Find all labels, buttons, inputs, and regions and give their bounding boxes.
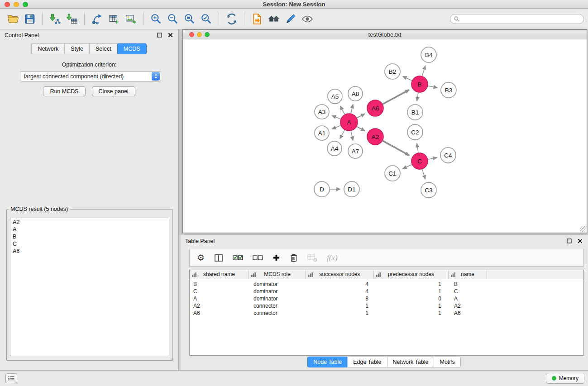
node-A1[interactable]: A1 [315,126,329,140]
zoom-fit-button[interactable] [181,11,198,27]
tab-mcds[interactable]: MCDS [117,43,147,54]
table-cell: A6 [190,310,249,317]
tab-select[interactable]: Select [89,43,118,54]
column-header-successor-nodes[interactable]: successor nodes [306,270,374,279]
tab-node-table[interactable]: Node Table [307,357,348,367]
result-item[interactable]: A [10,226,169,233]
delete-column-button[interactable] [290,252,298,264]
node-A4[interactable]: A4 [327,141,342,156]
node-B2[interactable]: B2 [385,64,400,79]
show-details-button[interactable] [299,11,316,27]
edge-A-A1[interactable] [332,125,340,129]
edge-B-B1[interactable] [417,93,418,101]
node-A2[interactable]: A2 [367,129,383,145]
close-panel-icon[interactable] [168,33,173,38]
column-layout-button[interactable] [214,252,223,264]
export-network-button[interactable] [249,11,265,27]
tab-network[interactable]: Network [31,43,65,54]
node-B1[interactable]: B1 [407,105,423,120]
node-D1[interactable]: D1 [344,181,359,197]
result-item[interactable]: A2 [10,219,169,226]
edge-A-A4[interactable] [340,130,345,139]
tab-motifs[interactable]: Motifs [434,357,460,367]
edge-C-C4[interactable] [428,157,437,159]
criterion-dropdown[interactable]: largest connected component (directed) [20,71,161,81]
column-header-name[interactable]: name [449,270,487,279]
save-session-button[interactable] [21,11,38,27]
column-header-MCDS-role[interactable]: MCDS role [249,270,306,279]
tab-style[interactable]: Style [64,43,90,54]
new-network-button[interactable] [89,11,105,27]
deselect-all-button[interactable] [253,252,263,264]
close-panel-button[interactable]: Close panel [92,86,135,96]
node-C4[interactable]: C4 [440,148,456,163]
edge-A-A7[interactable] [351,131,353,141]
memory-button[interactable]: Memory [546,373,584,384]
node-C3[interactable]: C3 [421,182,436,198]
network-window-titlebar[interactable]: testGlobe.txt [183,30,587,39]
gear-icon: ⚙ [197,253,205,262]
zoom-in-button[interactable] [148,11,164,27]
window-resize-grip[interactable] [580,226,586,232]
edge-C-C2[interactable] [417,143,418,153]
node-B4[interactable]: B4 [421,47,436,62]
open-session-button[interactable] [5,11,21,27]
node-A7[interactable]: A7 [348,144,363,158]
node-C[interactable]: C [411,153,428,169]
edge-B-B4[interactable] [422,66,425,76]
apply-layout-button[interactable] [223,11,240,27]
result-item[interactable]: C [10,240,169,248]
edge-B-B3[interactable] [428,86,438,88]
edge-A-A3[interactable] [332,116,340,119]
search-input[interactable] [460,16,583,22]
add-column-button[interactable] [272,252,280,264]
node-A[interactable]: A [340,114,358,131]
edge-A-A8[interactable] [351,104,353,113]
table-row[interactable]: A2connector11A2 [190,302,583,310]
result-item[interactable]: A6 [10,248,169,255]
edge-B-B2[interactable] [403,76,412,81]
table-row[interactable]: Bdominator41B [190,281,583,288]
edge-C-C1[interactable] [403,165,412,169]
import-network-button[interactable] [47,11,63,27]
float-panel-icon[interactable] [157,33,162,38]
import-table-button[interactable] [63,11,80,27]
node-B3[interactable]: B3 [441,82,456,98]
node-A5[interactable]: A5 [328,89,342,104]
result-item[interactable]: B [10,233,169,240]
edge-C-C3[interactable] [422,169,425,179]
column-header-predecessor-nodes[interactable]: predecessor nodes [374,270,449,279]
close-table-panel-icon[interactable] [578,238,583,243]
column-header-shared-name[interactable]: shared name [190,270,249,279]
table-row[interactable]: Adominator80A [190,295,583,302]
node-D[interactable]: D [314,181,330,197]
float-table-panel-icon[interactable] [567,238,572,243]
node-A3[interactable]: A3 [315,105,329,119]
edge-A2-C[interactable] [383,141,410,155]
node-A6[interactable]: A6 [367,100,383,116]
table-settings-button[interactable]: ⚙ [197,252,205,264]
tab-edge-table[interactable]: Edge Table [347,357,387,367]
network-canvas[interactable]: B4B2BB3A5A8A6B1A3AC2A1A2A4A7CC4C1C3DD1 [183,39,587,233]
node-A8[interactable]: A8 [348,86,363,101]
node-C2[interactable]: C2 [407,124,423,140]
select-all-button[interactable] [233,252,243,264]
table-row[interactable]: A6connector11A6 [190,310,583,317]
style-button[interactable] [282,11,299,27]
tab-network-table[interactable]: Network Table [387,357,435,367]
node-C1[interactable]: C1 [385,166,400,181]
zoom-out-button[interactable] [164,11,181,27]
edge-A-A2[interactable] [357,127,365,131]
table-row[interactable]: Cdominator41C [190,288,583,295]
node-B[interactable]: B [411,76,428,92]
edge-A-A5[interactable] [340,106,345,114]
first-neighbors-button[interactable] [265,11,282,27]
run-mcds-button[interactable]: Run MCDS [43,86,85,96]
show-panel-button[interactable] [5,373,17,383]
search-field[interactable] [450,14,584,24]
edge-A6-B[interactable] [383,90,409,104]
edge-A-A6[interactable] [357,114,365,118]
export-image-button[interactable] [122,11,139,27]
zoom-selected-button[interactable] [198,11,215,27]
new-table-button[interactable] [105,11,122,27]
